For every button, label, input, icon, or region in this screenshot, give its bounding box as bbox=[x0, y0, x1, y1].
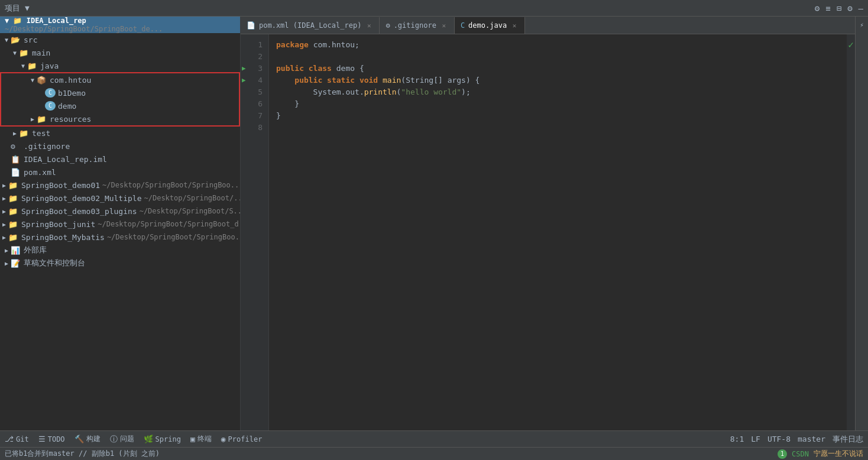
line-numbers: 1 2 3▶ 4▶ 5 6 7 8 bbox=[241, 34, 269, 430]
status-terminal-label: 终端 bbox=[197, 434, 212, 444]
tree-item-b1demo[interactable]: C b1Demo bbox=[1, 86, 239, 99]
java-folder-icon: 📁 bbox=[27, 61, 38, 70]
tree-item-springboot-demo03[interactable]: ▶ 📁 SpringBoot_demo03_plugins ~/Desktop/… bbox=[0, 205, 240, 218]
status-git[interactable]: ⎇ Git bbox=[5, 435, 29, 443]
tree-item-resources[interactable]: ▶ 📁 resources bbox=[1, 112, 239, 125]
status-problems[interactable]: ⓘ 问题 bbox=[110, 434, 134, 445]
sidebar-header-label: ▼ 📁 IDEA_Local_rep ~/Desktop/SpringBoot/… bbox=[5, 17, 235, 33]
tab-pom-label: pom.xml (IDEA_Local_rep) bbox=[259, 21, 361, 30]
red-selection-box: ▼ 📦 com.hntou C b1Demo C demo bbox=[0, 72, 240, 127]
notification-right: 1 CSDN 宁愿一生不说话 bbox=[778, 449, 863, 459]
tab-pom-icon: 📄 bbox=[247, 21, 255, 30]
tab-demo-close[interactable]: ✕ bbox=[510, 22, 519, 30]
title-bar-gear-icon[interactable]: ⚙ bbox=[847, 4, 852, 13]
line-num-6: 6 bbox=[241, 98, 268, 110]
code-line-4: public static void main(String[] args) { bbox=[276, 74, 840, 86]
right-panel: ⚡ bbox=[855, 17, 868, 430]
kw-package: package bbox=[276, 39, 313, 51]
status-terminal[interactable]: ▣ 终端 bbox=[190, 434, 212, 444]
status-event-log[interactable]: 事件日志 bbox=[833, 434, 863, 445]
tab-demo-java[interactable]: C demo.java ✕ bbox=[455, 17, 525, 34]
code-editor: 1 2 3▶ 4▶ 5 6 7 8 package com.hntou; pub… bbox=[241, 34, 855, 430]
line-num-1: 1 bbox=[241, 39, 268, 51]
springboot-mybatis-icon: 📁 bbox=[8, 233, 19, 241]
code-line-2 bbox=[276, 51, 840, 63]
tree-item-pom[interactable]: 📄 pom.xml bbox=[0, 166, 240, 179]
src-folder-icon: 📂 bbox=[11, 35, 21, 44]
tree-item-springboot-demo01[interactable]: ▶ 📁 SpringBoot_demo01 ~/Desktop/SpringBo… bbox=[0, 179, 240, 192]
problems-icon: ⓘ bbox=[110, 434, 118, 445]
tree-item-demo[interactable]: C demo bbox=[1, 99, 239, 112]
line-num-4: 4▶ bbox=[241, 74, 268, 86]
demo-class-icon: C bbox=[45, 101, 56, 111]
code-content[interactable]: package com.hntou; public class demo { p… bbox=[269, 34, 847, 430]
line-num-7: 7 bbox=[241, 110, 268, 122]
tree-item-iml[interactable]: 📋 IDEA_Local_rep.iml bbox=[0, 153, 240, 166]
title-bar-minimize-icon[interactable]: — bbox=[859, 4, 863, 13]
tab-pom-xml[interactable]: 📄 pom.xml (IDEA_Local_rep) ✕ bbox=[241, 17, 380, 34]
right-gutter: ✓ bbox=[847, 34, 855, 430]
title-bar-split-icon[interactable]: ⊟ bbox=[837, 4, 841, 13]
tab-gitignore-close[interactable]: ✕ bbox=[440, 22, 448, 30]
right-panel-notification[interactable]: ⚡ bbox=[857, 19, 867, 31]
tab-demo-label: demo.java bbox=[468, 21, 507, 30]
tree-item-test[interactable]: ▶ 📁 test bbox=[0, 127, 240, 140]
notification-csdn: CSDN bbox=[792, 450, 809, 458]
tab-git-icon: ⚙ bbox=[386, 21, 390, 30]
status-bar: ⎇ Git ☰ TODO 🔨 构建 ⓘ 问题 🌿 Spring ▣ 终端 ◉ P… bbox=[0, 430, 868, 447]
status-lf: LF bbox=[751, 435, 760, 443]
tree-item-com-hntou[interactable]: ▼ 📦 com.hntou bbox=[1, 73, 239, 86]
build-icon: 🔨 bbox=[75, 435, 84, 443]
status-encoding: UTF-8 bbox=[767, 435, 791, 443]
code-line-8 bbox=[276, 122, 840, 134]
line-num-8: 8 bbox=[241, 122, 268, 134]
editor-area: 📄 pom.xml (IDEA_Local_rep) ✕ ⚙ .gitignor… bbox=[241, 17, 855, 430]
title-bar-layout-icon[interactable]: ≡ bbox=[825, 4, 830, 13]
status-profiler[interactable]: ◉ Profiler bbox=[221, 435, 263, 443]
status-profiler-label: Profiler bbox=[228, 435, 263, 443]
scratch-icon: 📝 bbox=[11, 259, 21, 267]
spring-icon: 🌿 bbox=[144, 435, 153, 443]
tab-java-icon: C bbox=[461, 21, 465, 30]
b1demo-class-icon: C bbox=[45, 88, 56, 98]
todo-icon: ☰ bbox=[38, 435, 46, 443]
resources-folder-icon: 📁 bbox=[37, 115, 47, 123]
pom-icon: 📄 bbox=[11, 168, 21, 176]
sidebar: ▼ 📁 IDEA_Local_rep ~/Desktop/SpringBoot/… bbox=[0, 17, 241, 430]
status-todo[interactable]: ☰ TODO bbox=[38, 435, 65, 443]
checkmark-icon: ✓ bbox=[848, 39, 854, 50]
code-line-7: } bbox=[276, 110, 840, 122]
terminal-icon: ▣ bbox=[190, 435, 195, 443]
tree-item-java[interactable]: ▼ 📁 java bbox=[0, 59, 240, 72]
tree-item-springboot-demo02[interactable]: ▶ 📁 SpringBoot_demo02_Multiple ~/Desktop… bbox=[0, 192, 240, 205]
tree-item-springboot-mybatis[interactable]: ▶ 📁 SpringBoot_Mybatis ~/Desktop/SpringB… bbox=[0, 231, 240, 244]
title-bar-dropdown-icon[interactable]: ▼ bbox=[25, 4, 30, 12]
tree-item-main[interactable]: ▼ 📁 main bbox=[0, 46, 240, 59]
tab-pom-close[interactable]: ✕ bbox=[365, 22, 373, 30]
tab-gitignore[interactable]: ⚙ .gitignore ✕ bbox=[380, 17, 454, 34]
title-bar-settings-icon[interactable]: ⚙ bbox=[815, 4, 820, 13]
status-build-label: 构建 bbox=[86, 434, 101, 444]
status-position: 8:1 bbox=[730, 435, 744, 443]
title-bar-label: 项目 bbox=[5, 3, 20, 14]
tree-item-external-libs[interactable]: ▶ 📊 外部库 bbox=[0, 244, 240, 257]
springboot-demo01-icon: 📁 bbox=[8, 181, 19, 189]
notification-slogan: 宁愿一生不说话 bbox=[814, 449, 863, 459]
notification-bar: 已将b1合并到master // 副除b1 (片刻 之前) 1 CSDN 宁愿一… bbox=[0, 447, 868, 460]
line-num-2: 2 bbox=[241, 51, 268, 63]
external-libs-icon: 📊 bbox=[11, 246, 21, 254]
status-build[interactable]: 🔨 构建 bbox=[75, 434, 101, 444]
tree-item-gitignore[interactable]: ⚙ .gitignore bbox=[0, 140, 240, 153]
profiler-icon: ◉ bbox=[221, 435, 226, 443]
tree-item-src[interactable]: ▼ 📂 src bbox=[0, 33, 240, 46]
tab-gitignore-label: .gitignore bbox=[394, 21, 436, 30]
sidebar-header: ▼ 📁 IDEA_Local_rep ~/Desktop/SpringBoot/… bbox=[0, 17, 240, 33]
status-spring[interactable]: 🌿 Spring bbox=[144, 435, 181, 443]
tree-item-scratch[interactable]: ▶ 📝 草稿文件和控制台 bbox=[0, 257, 240, 270]
status-problems-label: 问题 bbox=[120, 434, 134, 444]
code-line-1: package com.hntou; bbox=[276, 39, 840, 51]
springboot-demo02-icon: 📁 bbox=[8, 194, 19, 202]
tree-item-springboot-junit[interactable]: ▶ 📁 SpringBoot_junit ~/Desktop/SpringBoo… bbox=[0, 218, 240, 231]
status-git-label: Git bbox=[16, 435, 29, 443]
tab-bar: 📄 pom.xml (IDEA_Local_rep) ✕ ⚙ .gitignor… bbox=[241, 17, 855, 34]
